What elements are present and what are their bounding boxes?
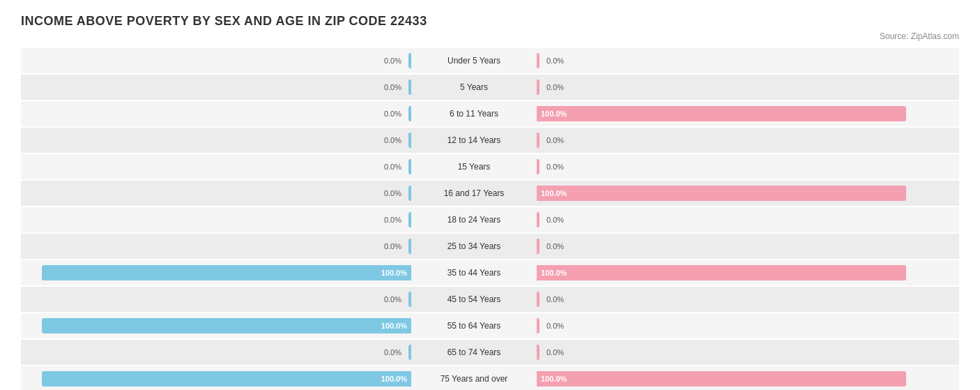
age-label: 18 to 24 Years	[411, 215, 537, 225]
male-bar: 100.0%	[42, 371, 411, 387]
female-value: 0.0%	[546, 322, 564, 330]
male-bar: 100.0%	[42, 318, 411, 333]
male-bar: 100.0%	[42, 265, 411, 280]
female-bar	[537, 80, 539, 95]
female-value: 0.0%	[546, 348, 564, 357]
age-label: 75 Years and over	[411, 374, 537, 384]
right-section: 0.0%	[537, 80, 927, 95]
right-section: 100.0%	[537, 265, 927, 280]
female-value: 0.0%	[546, 163, 564, 171]
age-label: 5 Years	[411, 82, 537, 92]
female-value: 0.0%	[546, 242, 564, 250]
right-section: 100.0%	[537, 186, 927, 201]
left-section: 100.0%	[21, 371, 411, 387]
left-section: 100.0%	[21, 265, 411, 280]
age-label: 15 Years	[411, 162, 537, 172]
female-bar	[537, 292, 539, 307]
female-value: 0.0%	[546, 136, 564, 144]
chart-row: 0.0%25 to 34 Years0.0%	[21, 234, 959, 259]
female-value: 100.0%	[541, 375, 567, 383]
left-section: 0.0%	[21, 80, 411, 95]
left-section: 0.0%	[21, 53, 411, 68]
left-section: 0.0%	[21, 345, 411, 360]
left-section: 100.0%	[21, 318, 411, 333]
male-value: 0.0%	[384, 110, 401, 118]
female-bar	[537, 239, 539, 254]
female-bar	[537, 159, 539, 174]
male-value: 0.0%	[384, 189, 401, 197]
male-value: 0.0%	[384, 136, 401, 144]
chart-row: 0.0%15 Years0.0%	[21, 154, 959, 179]
age-label: 6 to 11 Years	[411, 109, 537, 119]
right-section: 0.0%	[537, 318, 927, 333]
right-section: 0.0%	[537, 159, 927, 174]
right-section: 0.0%	[537, 239, 927, 254]
age-label: 25 to 34 Years	[411, 241, 537, 251]
chart-container: 0.0%Under 5 Years0.0%0.0%5 Years0.0%0.0%…	[21, 48, 959, 390]
female-value: 0.0%	[546, 216, 564, 224]
age-label: 16 and 17 Years	[411, 188, 537, 198]
source-label: Source: ZipAtlas.com	[21, 31, 959, 41]
female-value: 100.0%	[541, 189, 567, 197]
right-section: 0.0%	[537, 345, 927, 360]
right-section: 0.0%	[537, 212, 927, 227]
right-section: 0.0%	[537, 292, 927, 307]
female-bar	[537, 133, 539, 148]
left-section: 0.0%	[21, 186, 411, 201]
male-value: 0.0%	[384, 348, 401, 357]
female-value: 0.0%	[546, 295, 564, 303]
female-bar	[537, 318, 539, 333]
male-value: 0.0%	[384, 216, 401, 224]
age-label: 65 to 74 Years	[411, 347, 537, 357]
age-label: 35 to 44 Years	[411, 268, 537, 278]
chart-row: 0.0%5 Years0.0%	[21, 75, 959, 100]
chart-row: 0.0%18 to 24 Years0.0%	[21, 207, 959, 232]
female-bar: 100.0%	[537, 186, 906, 201]
male-value: 100.0%	[381, 322, 407, 330]
chart-row: 0.0%65 to 74 Years0.0%	[21, 340, 959, 365]
female-value: 0.0%	[546, 83, 564, 91]
female-bar: 100.0%	[537, 106, 906, 121]
age-label: 12 to 14 Years	[411, 135, 537, 145]
chart-row: 0.0%12 to 14 Years0.0%	[21, 128, 959, 153]
age-label: 45 to 54 Years	[411, 294, 537, 304]
right-section: 0.0%	[537, 133, 927, 148]
female-bar	[537, 345, 539, 360]
female-bar	[537, 53, 539, 68]
female-bar	[537, 212, 539, 227]
chart-row: 0.0%45 to 54 Years0.0%	[21, 287, 959, 312]
chart-row: 100.0%75 Years and over100.0%	[21, 366, 959, 390]
female-bar: 100.0%	[537, 371, 906, 387]
male-value: 0.0%	[384, 163, 401, 171]
age-label: Under 5 Years	[411, 56, 537, 66]
male-value: 100.0%	[381, 375, 407, 383]
male-value: 0.0%	[384, 295, 401, 303]
chart-row: 0.0%Under 5 Years0.0%	[21, 48, 959, 73]
left-section: 0.0%	[21, 292, 411, 307]
chart-title: INCOME ABOVE POVERTY BY SEX AND AGE IN Z…	[21, 14, 959, 29]
male-value: 0.0%	[384, 57, 401, 65]
chart-row: 0.0%6 to 11 Years100.0%	[21, 101, 959, 126]
right-section: 0.0%	[537, 53, 927, 68]
chart-row: 100.0%55 to 64 Years0.0%	[21, 313, 959, 338]
chart-row: 0.0%16 and 17 Years100.0%	[21, 181, 959, 206]
female-value: 100.0%	[541, 269, 567, 277]
female-value: 100.0%	[541, 110, 567, 118]
left-section: 0.0%	[21, 212, 411, 227]
left-section: 0.0%	[21, 106, 411, 121]
chart-row: 100.0%35 to 44 Years100.0%	[21, 260, 959, 285]
right-section: 100.0%	[537, 106, 927, 121]
female-value: 0.0%	[546, 57, 564, 65]
left-section: 0.0%	[21, 159, 411, 174]
left-section: 0.0%	[21, 133, 411, 148]
male-value: 0.0%	[384, 83, 401, 91]
female-bar: 100.0%	[537, 265, 906, 280]
male-value: 0.0%	[384, 242, 401, 250]
male-value: 100.0%	[381, 269, 407, 277]
left-section: 0.0%	[21, 239, 411, 254]
right-section: 100.0%	[537, 371, 927, 387]
age-label: 55 to 64 Years	[411, 321, 537, 331]
